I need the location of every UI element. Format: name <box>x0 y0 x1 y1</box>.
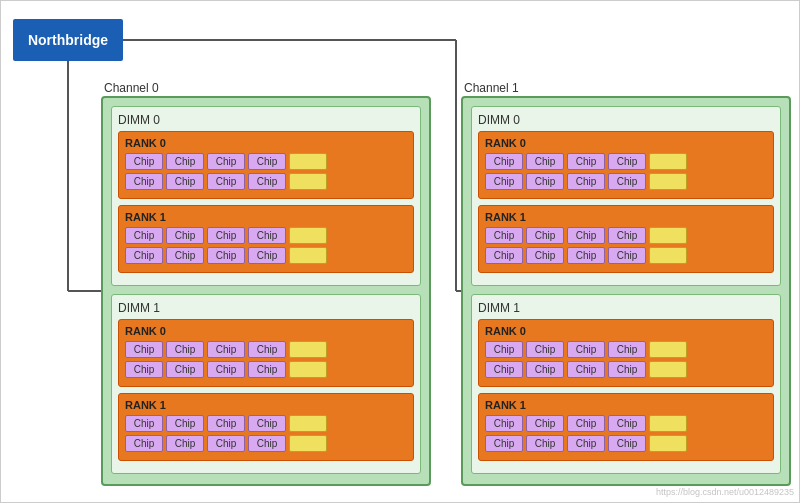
chip-yellow <box>649 361 687 378</box>
chip: Chip <box>608 341 646 358</box>
chip: Chip <box>125 341 163 358</box>
channel-0-container: DIMM 0 RANK 0 Chip Chip Chip Chip Chip C… <box>101 96 431 486</box>
chip: Chip <box>207 361 245 378</box>
chip: Chip <box>485 361 523 378</box>
channel-0-dimm-1: DIMM 1 RANK 0 Chip Chip Chip Chip Chip C… <box>111 294 421 474</box>
chip-row: Chip Chip Chip Chip <box>125 173 407 190</box>
chip: Chip <box>526 173 564 190</box>
chip: Chip <box>567 435 605 452</box>
chip: Chip <box>567 341 605 358</box>
chip: Chip <box>166 415 204 432</box>
channel-0-dimm-0-rank-0-label: RANK 0 <box>125 137 407 149</box>
channel-1-dimm-0-rank-0-label: RANK 0 <box>485 137 767 149</box>
chip: Chip <box>125 247 163 264</box>
chip-row: Chip Chip Chip Chip <box>125 361 407 378</box>
channel-0-dimm-0-rank-1: RANK 1 Chip Chip Chip Chip Chip Chip Chi… <box>118 205 414 273</box>
chip: Chip <box>608 415 646 432</box>
channel-0-dimm-1-rank-0-label: RANK 0 <box>125 325 407 337</box>
chip: Chip <box>485 153 523 170</box>
chip-yellow <box>289 361 327 378</box>
chip: Chip <box>207 227 245 244</box>
chip-row: Chip Chip Chip Chip <box>125 341 407 358</box>
chip-yellow <box>289 247 327 264</box>
chip: Chip <box>166 435 204 452</box>
chip: Chip <box>125 227 163 244</box>
chip: Chip <box>248 435 286 452</box>
channel-0-dimm-1-label: DIMM 1 <box>118 301 414 315</box>
chip: Chip <box>207 435 245 452</box>
channel-1-dimm-0-rank-1-label: RANK 1 <box>485 211 767 223</box>
channel-1-dimm-0-rank-1: RANK 1 Chip Chip Chip Chip Chip Chip Chi… <box>478 205 774 273</box>
chip: Chip <box>567 227 605 244</box>
channel-0-dimm-1-rank-1-label: RANK 1 <box>125 399 407 411</box>
chip: Chip <box>125 173 163 190</box>
chip: Chip <box>248 227 286 244</box>
chip-row: Chip Chip Chip Chip <box>125 435 407 452</box>
chip: Chip <box>166 361 204 378</box>
chip: Chip <box>608 173 646 190</box>
chip: Chip <box>526 361 564 378</box>
chip: Chip <box>207 173 245 190</box>
chip: Chip <box>125 435 163 452</box>
chip: Chip <box>248 361 286 378</box>
chip: Chip <box>485 227 523 244</box>
chip: Chip <box>485 341 523 358</box>
channel-1-label: Channel 1 <box>464 81 519 95</box>
chip-row: Chip Chip Chip Chip <box>485 153 767 170</box>
chip: Chip <box>207 415 245 432</box>
chip-yellow <box>649 173 687 190</box>
chip-yellow <box>289 173 327 190</box>
chip: Chip <box>166 227 204 244</box>
chip: Chip <box>526 415 564 432</box>
channel-1-dimm-1-label: DIMM 1 <box>478 301 774 315</box>
channel-0-dimm-0: DIMM 0 RANK 0 Chip Chip Chip Chip Chip C… <box>111 106 421 286</box>
channel-1-dimm-1-rank-1-label: RANK 1 <box>485 399 767 411</box>
chip: Chip <box>608 361 646 378</box>
chip: Chip <box>608 435 646 452</box>
chip: Chip <box>526 227 564 244</box>
chip-row: Chip Chip Chip Chip <box>485 435 767 452</box>
chip-row: Chip Chip Chip Chip <box>485 227 767 244</box>
chip: Chip <box>567 361 605 378</box>
chip: Chip <box>485 435 523 452</box>
chip: Chip <box>166 173 204 190</box>
channel-0-dimm-1-rank-0: RANK 0 Chip Chip Chip Chip Chip Chip Chi… <box>118 319 414 387</box>
chip-yellow <box>649 435 687 452</box>
chip: Chip <box>485 247 523 264</box>
chip: Chip <box>567 153 605 170</box>
chip: Chip <box>248 173 286 190</box>
channel-0-dimm-0-label: DIMM 0 <box>118 113 414 127</box>
chip-yellow <box>289 435 327 452</box>
chip: Chip <box>248 415 286 432</box>
channel-1-dimm-0: DIMM 0 RANK 0 Chip Chip Chip Chip Chip C… <box>471 106 781 286</box>
chip: Chip <box>166 153 204 170</box>
chip: Chip <box>485 415 523 432</box>
northbridge-label: Northbridge <box>28 32 108 48</box>
chip-row: Chip Chip Chip Chip <box>125 415 407 432</box>
channel-1-dimm-1-rank-1: RANK 1 Chip Chip Chip Chip Chip Chip Chi… <box>478 393 774 461</box>
chip: Chip <box>608 227 646 244</box>
channel-1-dimm-0-label: DIMM 0 <box>478 113 774 127</box>
chip-row: Chip Chip Chip Chip <box>125 247 407 264</box>
chip: Chip <box>248 153 286 170</box>
chip-yellow <box>649 341 687 358</box>
chip: Chip <box>125 361 163 378</box>
channel-1-dimm-0-rank-0: RANK 0 Chip Chip Chip Chip Chip Chip Chi… <box>478 131 774 199</box>
chip-row: Chip Chip Chip Chip <box>485 415 767 432</box>
chip: Chip <box>567 247 605 264</box>
chip-row: Chip Chip Chip Chip <box>485 361 767 378</box>
chip-row: Chip Chip Chip Chip <box>125 227 407 244</box>
northbridge-box: Northbridge <box>13 19 123 61</box>
chip-yellow <box>289 415 327 432</box>
chip-row: Chip Chip Chip Chip <box>485 341 767 358</box>
channel-0-dimm-0-rank-0: RANK 0 Chip Chip Chip Chip Chip Chip Chi… <box>118 131 414 199</box>
chip-yellow <box>649 153 687 170</box>
chip-row: Chip Chip Chip Chip <box>125 153 407 170</box>
chip: Chip <box>125 415 163 432</box>
channel-1-dimm-1: DIMM 1 RANK 0 Chip Chip Chip Chip Chip C… <box>471 294 781 474</box>
chip: Chip <box>207 247 245 264</box>
main-container: Northbridge Channel 0 Channel 1 DIMM 0 R… <box>0 0 800 503</box>
chip: Chip <box>567 173 605 190</box>
chip: Chip <box>248 341 286 358</box>
channel-1-dimm-1-rank-0: RANK 0 Chip Chip Chip Chip Chip Chip Chi… <box>478 319 774 387</box>
